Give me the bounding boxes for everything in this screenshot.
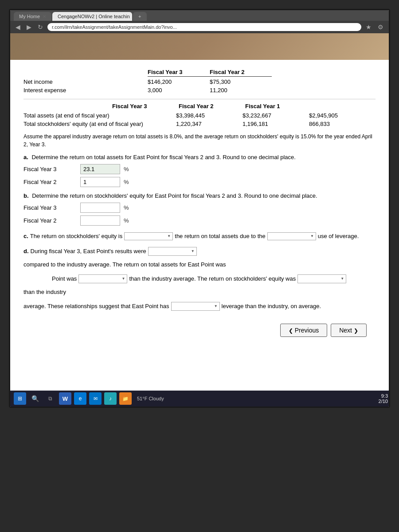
equity-row: Total stockholders' equity (at end of fi… [23,121,376,127]
assets-table: Fiscal Year 3 Fiscal Year 2 Fiscal Year … [23,103,376,127]
new-tab-button[interactable]: + [133,12,146,21]
interest-expense-row: Interest expense 3,000 11,200 [23,87,376,94]
weather-info: 51°F Cloudy [137,396,164,401]
qd-label: d. [23,246,29,257]
qc-middle: the return on total assets due to the [175,231,266,241]
qb-fy3-label: Fiscal Year 3 [23,204,77,211]
taskview-icon[interactable]: ⧉ [44,392,56,405]
qd-dropdown1[interactable] [148,247,197,256]
address-bar: ◀ ▶ ↻ ★ ⚙ [10,21,389,33]
net-income-fy3: $146,200 [148,78,210,85]
qd-dropdown2[interactable] [78,274,127,283]
taskbar: ⊞ 🔍 ⧉ W e ✉ ♪ 📁 51°F Cloudy 9:3 2/10 [10,391,390,407]
qd-dropdown4[interactable] [171,302,220,311]
question-b: b. Determine the return on stockholders'… [23,192,376,226]
qb-fy3-input[interactable] [80,203,120,213]
star-icon[interactable]: ★ [364,23,373,31]
qd-part2-prefix: than the industry average. The return on… [129,273,296,285]
total-assets-fy2: $3,232,667 [243,112,309,119]
assets-fy1-header: Fiscal Year 1 [245,103,312,110]
music-icon[interactable]: ♪ [104,392,117,405]
content-area: Fiscal Year 3 Fiscal Year 2 Net income $… [10,60,389,391]
income-fy2-header: Fiscal Year 2 [210,69,272,77]
tab-bar: My Home ✕ CengageNOWv2 | Online teachin … [10,10,389,21]
question-a-label: a. Determine the return on total assets … [23,154,376,160]
net-income-label: Net income [23,78,148,85]
refresh-icon[interactable]: ↻ [36,23,45,31]
net-income-row: Net income $146,200 $75,300 [23,78,376,85]
total-assets-label: Total assets (at end of fiscal year) [23,112,176,119]
prev-chevron-icon [289,327,293,334]
income-table: Fiscal Year 3 Fiscal Year 2 Net income $… [23,69,376,94]
question-d: d. During fiscal Year 3, East Point's re… [23,246,376,312]
question-b-text: Determine the return on stockholders' eq… [32,192,317,199]
total-assets-row: Total assets (at end of fiscal year) $3,… [23,112,376,119]
settings-icon[interactable]: ⚙ [376,23,385,31]
qa-fy3-input[interactable] [80,164,120,174]
qd-line2: Point was than the industry average. The… [23,273,376,298]
taskbar-clock: 9:3 2/10 [379,393,388,404]
address-input[interactable] [47,23,361,31]
assets-fy2-header: Fiscal Year 2 [179,103,245,110]
question-b-prefix: b. [23,192,29,199]
qa-fy3-pct: % [124,166,129,172]
taskbar-date: 2/10 [379,399,388,404]
question-b-label: b. Determine the return on stockholders'… [23,192,376,199]
previous-button[interactable]: Previous [280,324,327,337]
qd-than-industry: than the industry [23,286,66,298]
equity-fy2: 1,196,181 [243,121,309,127]
file-icon[interactable]: 📁 [119,392,132,405]
start-icon[interactable]: ⊞ [14,392,26,405]
qb-fy2-row: Fiscal Year 2 % [23,215,376,226]
total-assets-fy1: $2,945,905 [309,112,376,119]
next-chevron-icon [354,327,358,334]
qc-line: c. The return on stockholders' equity is… [23,231,376,241]
qd-suffix: leverage than the industry, on average. [222,301,321,312]
qb-fy2-input[interactable] [80,215,120,226]
new-tab-icon: + [138,14,141,19]
taskbar-time: 9:3 [379,393,388,399]
browser-icon[interactable]: e [74,392,86,405]
qa-fy2-label: Fiscal Year 2 [23,179,77,185]
qb-fy3-pct: % [124,204,129,211]
qd-prefix: During fiscal Year 3, East Point's resul… [31,246,146,257]
tab-my-home[interactable]: My Home ✕ [14,12,51,21]
qd-line3: average. These relationships suggest tha… [23,301,376,312]
net-income-fy2: $75,300 [210,78,272,85]
equity-label: Total stockholders' equity (at end of fi… [23,121,176,127]
qc-label: c. [23,231,28,241]
total-assets-fy3: $3,398,445 [176,112,243,119]
next-button[interactable]: Next [331,324,367,337]
qa-fy2-input[interactable] [80,177,120,187]
previous-label: Previous [295,327,319,334]
qc-dropdown2[interactable] [267,232,316,240]
assets-fy3-header: Fiscal Year 3 [112,103,179,110]
qd-dropdown3[interactable] [297,274,346,283]
mail-icon[interactable]: ✉ [89,392,102,405]
question-a: a. Determine the return on total assets … [23,154,376,187]
bottom-nav: Previous Next [23,317,376,344]
search-taskbar-icon[interactable]: 🔍 [29,392,41,405]
qa-fy2-row: Fiscal Year 2 % [23,177,376,187]
forward-icon[interactable]: ▶ [25,23,33,31]
qd-point-was: Point was [52,273,77,285]
qc-suffix: use of leverage. [318,231,359,241]
back-icon[interactable]: ◀ [14,23,22,31]
income-fy3-header: Fiscal Year 3 [148,69,210,77]
page-content: Fiscal Year 3 Fiscal Year 2 Net income $… [10,60,389,353]
close-tab1-icon[interactable]: ✕ [43,14,46,19]
question-a-prefix: a. [23,154,28,160]
income-col-headers: Fiscal Year 3 Fiscal Year 2 [148,69,376,77]
question-a-text: Determine the return on total assets for… [31,154,295,160]
interest-fy3: 3,000 [148,87,210,94]
interest-fy2: 11,200 [210,87,272,94]
equity-fy3: 1,220,347 [176,121,243,127]
tab-my-home-label: My Home [19,14,40,19]
word-icon[interactable]: W [59,392,71,405]
qa-fy2-pct: % [124,179,129,185]
qc-prefix: The return on stockholders' equity is [30,231,122,241]
tab-cengage[interactable]: CengageNOWv2 | Online teachin ✕ [52,12,132,21]
qb-fy2-pct: % [124,217,129,224]
qc-dropdown1[interactable] [124,232,173,240]
divider1 [23,99,376,99]
